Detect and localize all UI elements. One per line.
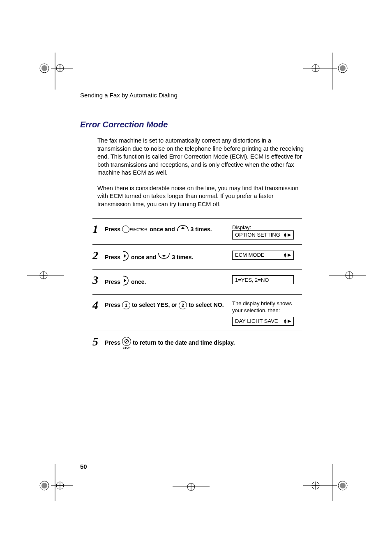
paragraph-2: When there is considerable noise on the … [97,184,304,209]
svg-point-13 [340,65,346,71]
step-instruction: Press STOP to return to the date and tim… [105,335,302,349]
keypad-2-icon: 2 [179,301,187,309]
page-header: Sending a Fax by Automatic Dialing [80,92,304,99]
keypad-1-icon: 1 [122,301,130,309]
step-number: 1 [92,223,105,235]
step-display: ECM MODE ▲▼▶ [232,249,302,260]
step-3: 3 Press once. 1=YES, 2=NO [92,269,302,295]
step-2: 2 Press once and 3 times. ECM MODE ▲▼▶ [92,245,302,270]
svg-point-1 [42,65,47,71]
step-display: The display briefly shows your selection… [232,299,302,326]
step-display: 1=YES, 2=NO [232,274,302,284]
steps-list: 1 Press FUNCTION once and 3 times. Displ… [92,218,302,354]
step-1: 1 Press FUNCTION once and 3 times. Displ… [92,219,302,245]
registration-mark-icon [36,53,65,81]
lcd-display: OPTION SETTING ▲▼▶ [232,230,294,240]
lcd-display: 1=YES, 2=NO [232,275,294,284]
up-arrow-button-icon [177,224,189,235]
lcd-display: ECM MODE ▲▼▶ [232,251,294,260]
stop-button-icon: STOP [122,337,131,349]
right-arrow-button-icon [122,275,129,289]
step-instruction: Press once and 3 times. [105,249,232,265]
section-title: Error Correction Mode [80,120,304,129]
step-number: 2 [92,249,105,261]
svg-point-39 [340,483,346,488]
function-label: FUNCTION [130,228,147,231]
registration-mark-icon [303,464,332,493]
down-arrow-button-icon [158,252,170,263]
step-5: 5 Press STOP to return to the date and t… [92,331,302,354]
step-number: 5 [92,335,105,348]
step-display: Display: OPTION SETTING ▲▼▶ [232,223,302,240]
step-instruction: Press 1 to select YES, or 2 to select NO… [105,299,232,310]
registration-mark-icon [27,263,56,292]
svg-point-23 [42,483,47,488]
registration-mark-icon [173,474,201,503]
function-button-icon [122,226,129,233]
registration-mark-icon [329,263,357,292]
registration-mark-icon [303,53,332,81]
registration-mark-icon [36,464,65,493]
step-instruction: Press FUNCTION once and 3 times. [105,223,232,235]
step-number: 4 [92,299,105,311]
step-4: 4 Press 1 to select YES, or 2 to select … [92,295,302,331]
paragraph-1: The fax machine is set to automatically … [97,137,304,177]
page-number: 50 [80,463,87,470]
step-number: 3 [92,274,105,286]
step-instruction: Press once. [105,274,232,289]
right-arrow-button-icon [122,251,129,265]
page-content: Sending a Fax by Automatic Dialing Error… [80,92,304,354]
lcd-display: DAY LIGHT SAVE ▲▼▶ [232,317,294,326]
